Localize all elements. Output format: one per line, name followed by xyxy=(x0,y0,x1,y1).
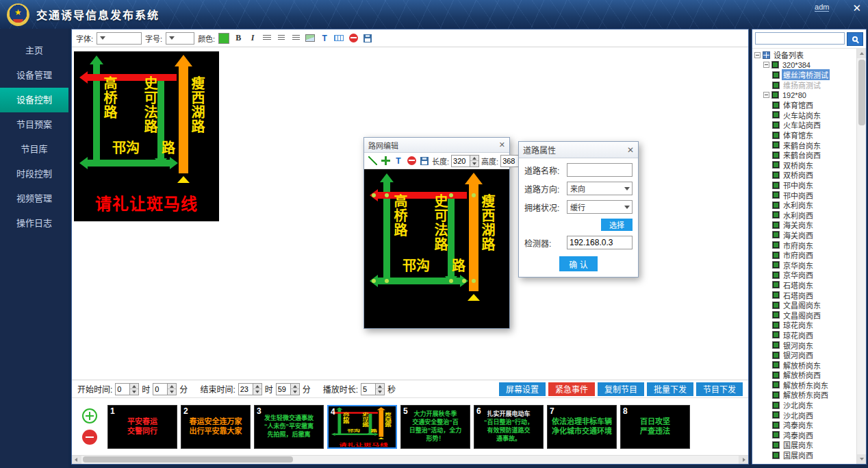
copy-program-button[interactable]: 复制节目 xyxy=(598,382,644,396)
scroll-down-arrow[interactable] xyxy=(857,454,866,464)
spin-up-icon[interactable] xyxy=(130,384,138,390)
led-preview[interactable]: 高桥路史可法路瘦西湖路邗沟路请礼让斑马线 xyxy=(74,51,219,221)
tree-item[interactable]: 石塔岗西 xyxy=(752,290,856,300)
font-select[interactable] xyxy=(97,32,142,45)
length-input[interactable] xyxy=(452,156,470,167)
tree-item[interactable]: 京华岗西 xyxy=(752,270,856,280)
tree-item[interactable]: 火车站岗西 xyxy=(752,120,856,130)
horizontal-scrollbar[interactable] xyxy=(72,455,748,464)
spin-down-icon[interactable] xyxy=(253,389,261,395)
select-detector-button[interactable]: 选择 xyxy=(601,219,633,231)
tree-item[interactable]: 沙北岗西 xyxy=(752,410,856,420)
program-thumbnail-5[interactable]: 5大力开展秋冬季交通安全整治“百日整治”活动，全力形势！ xyxy=(400,405,470,449)
end-hour-spinner[interactable] xyxy=(238,383,262,395)
confirm-button[interactable]: 确 认 xyxy=(559,256,597,271)
sidebar-item-6[interactable]: 视频管理 xyxy=(0,186,68,211)
ruler-button[interactable] xyxy=(333,32,344,45)
start-minute-input[interactable] xyxy=(153,384,167,395)
tree-item[interactable]: 市府岗西 xyxy=(752,250,856,260)
tree-item[interactable]: 鸿泰岗西 xyxy=(752,430,856,441)
congestion-select[interactable]: 缓行 xyxy=(567,200,633,214)
start-minute-spinner[interactable] xyxy=(153,383,177,395)
tree-item[interactable]: 鸿泰岗东 xyxy=(752,420,856,430)
search-button[interactable] xyxy=(847,32,863,46)
current-user[interactable]: adm xyxy=(815,3,829,12)
start-hour-spinner[interactable] xyxy=(115,383,139,395)
tree-item[interactable]: 市府岗东 xyxy=(752,240,856,250)
program-send-button[interactable]: 节目下发 xyxy=(696,382,743,396)
tree-expander-icon[interactable] xyxy=(763,62,769,68)
batch-send-button[interactable]: 批量下发 xyxy=(647,382,693,396)
remove-program-button[interactable] xyxy=(82,430,97,445)
tree-item[interactable]: 海关岗西 xyxy=(752,230,856,241)
scroll-right-arrow[interactable] xyxy=(739,456,748,464)
tree-item[interactable]: 解放桥东岗东 xyxy=(752,380,856,391)
size-select[interactable] xyxy=(166,32,194,45)
road-name-input[interactable] xyxy=(567,163,633,177)
color-swatch[interactable] xyxy=(218,33,229,44)
tree-item[interactable]: 文昌阁岗西 xyxy=(752,310,856,320)
save-tool[interactable] xyxy=(419,155,430,167)
end-minute-spinner[interactable] xyxy=(276,383,300,395)
tree-expander-icon[interactable] xyxy=(754,52,761,58)
spin-down-icon[interactable] xyxy=(291,389,299,395)
delete-tool[interactable] xyxy=(406,155,417,167)
tree-item[interactable]: 文昌阁岗东 xyxy=(752,300,856,310)
sidebar-item-1[interactable]: 设备管理 xyxy=(0,63,68,88)
tree-item[interactable]: 来鹤台岗西 xyxy=(752,150,856,160)
align-right-button[interactable] xyxy=(290,32,301,45)
editor-canvas[interactable]: 高桥路史可法路瘦西湖路邗沟路 xyxy=(364,169,509,328)
end-hour-input[interactable] xyxy=(239,384,253,395)
bold-button[interactable]: B xyxy=(233,32,244,45)
tree-item[interactable]: 双桥岗西 xyxy=(752,170,856,180)
scrollbar-track[interactable] xyxy=(81,456,739,464)
program-thumbnail-8[interactable]: 8百日攻坚严查违法 xyxy=(620,405,690,449)
tree-item[interactable]: 双桥岗东 xyxy=(752,160,856,171)
sidebar-item-0[interactable]: 主页 xyxy=(0,38,68,63)
tree-item[interactable]: 来鹤台岗东 xyxy=(752,140,856,150)
window-close-button[interactable]: ✕ xyxy=(852,3,861,13)
align-left-button[interactable] xyxy=(261,32,272,45)
tree-item[interactable]: 维扬商测试 xyxy=(752,80,856,90)
save-button[interactable] xyxy=(362,32,373,45)
emergency-event-button[interactable]: 紧急事件 xyxy=(548,382,595,396)
scrollbar-thumb[interactable] xyxy=(83,456,293,463)
tree-item[interactable]: 设备列表 xyxy=(752,50,856,60)
tree-item[interactable]: 京华岗东 xyxy=(752,260,856,270)
spin-up-icon[interactable] xyxy=(253,384,261,390)
scroll-up-arrow[interactable] xyxy=(857,49,866,58)
scrollbar-track[interactable] xyxy=(857,58,866,454)
dialog-close-button[interactable]: ✕ xyxy=(499,140,505,149)
tree-item[interactable]: 水利岗东 xyxy=(752,200,856,210)
duration-spinner[interactable] xyxy=(361,383,385,395)
tree-item[interactable]: 沙北岗东 xyxy=(752,400,856,410)
text-tool-button[interactable]: T xyxy=(319,32,330,45)
sidebar-item-3[interactable]: 节目预案 xyxy=(0,112,68,137)
spin-down-icon[interactable] xyxy=(376,389,384,395)
tree-item[interactable]: 体育馆东 xyxy=(752,130,856,140)
insert-image-button[interactable] xyxy=(305,32,316,45)
add-cross-tool[interactable] xyxy=(380,155,391,167)
tree-item[interactable]: 邗中岗东 xyxy=(752,180,856,190)
tree-item[interactable]: 国展岗西 xyxy=(752,450,856,460)
delete-button[interactable] xyxy=(348,32,359,45)
start-hour-input[interactable] xyxy=(116,384,129,395)
tree-item[interactable]: 体育馆西 xyxy=(752,100,856,110)
direction-select[interactable]: 来向 xyxy=(567,182,633,195)
end-minute-input[interactable] xyxy=(277,384,290,395)
program-thumbnail-1[interactable]: 1平安春运交警同行 xyxy=(107,405,177,449)
tree-item[interactable]: 水利岗西 xyxy=(752,210,856,221)
tree-item[interactable]: 192*80 xyxy=(752,90,856,100)
tree-item[interactable]: 石塔岗东 xyxy=(752,280,856,291)
tree-item[interactable]: 琼花岗东 xyxy=(752,320,856,330)
align-center-button[interactable] xyxy=(276,32,287,45)
spin-up-icon[interactable] xyxy=(470,156,478,162)
italic-button[interactable]: I xyxy=(247,32,258,45)
spin-down-icon[interactable] xyxy=(470,161,478,167)
dialog-close-button[interactable]: ✕ xyxy=(627,145,634,155)
height-input[interactable] xyxy=(501,156,519,167)
program-thumbnail-6[interactable]: 6扎实开展电动车“百日整治”行动，有效预防道路交通事故。 xyxy=(474,405,544,449)
tree-item[interactable]: 螺丝湾桥测试 xyxy=(752,70,856,80)
detector-input[interactable] xyxy=(567,236,633,249)
tree-item[interactable]: 320*384 xyxy=(752,60,856,71)
